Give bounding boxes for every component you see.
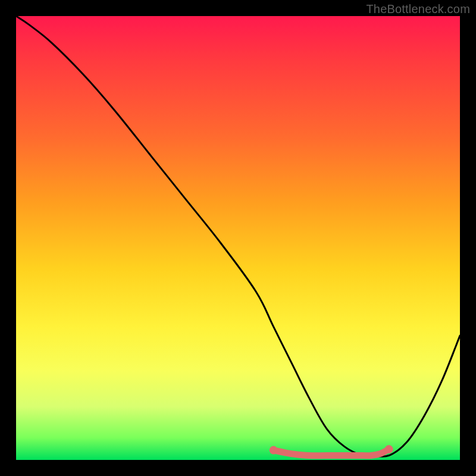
chart-stage: TheBottleneck.com [0, 0, 476, 476]
marker-band [274, 449, 389, 456]
plot-area [16, 16, 460, 460]
marker-dot-left [270, 446, 278, 455]
watermark-text: TheBottleneck.com [366, 2, 470, 16]
marker-dot-right [385, 445, 393, 453]
bottleneck-curve [16, 16, 460, 456]
curve-svg [16, 16, 460, 460]
